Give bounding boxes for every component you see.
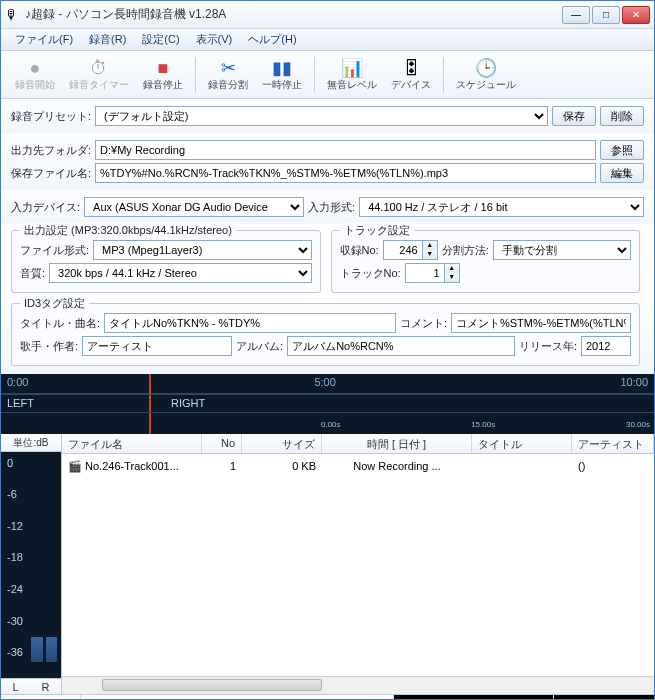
tick-5: 5:00 (314, 376, 335, 388)
close-button[interactable]: ✕ (622, 6, 650, 24)
split-button[interactable]: ✂録音分割 (202, 56, 254, 94)
record-start-button[interactable]: ●録音開始 (9, 56, 61, 94)
stop-icon: ■ (158, 58, 169, 78)
timer-icon: ⏱ (90, 58, 108, 78)
col-artist[interactable]: アーティスト (? (572, 434, 654, 453)
browse-button[interactable]: 参照 (600, 140, 644, 160)
db-scale: 0 -6 -12 -18 -24 -30 -36 (1, 452, 61, 678)
input-device-label: 入力デバイス: (11, 200, 80, 215)
table-row[interactable]: 🎬 No.246-Track001... 1 0 KB Now Recordin… (62, 454, 654, 479)
id3-year-input[interactable] (581, 336, 631, 356)
channel-left: LEFT RIGHT (1, 394, 654, 412)
status-track-time: トラック(1)時間 0:01.20 (394, 695, 554, 700)
filetype-select[interactable]: MP3 (Mpeg1Layer3) (93, 240, 311, 260)
input-format-select[interactable]: 44.100 Hz / ステレオ / 16 bit (359, 197, 644, 217)
filetype-label: ファイル形式: (20, 243, 89, 258)
trackno-label: トラックNo: (340, 266, 401, 281)
preset-delete-button[interactable]: 削除 (600, 106, 644, 126)
id3-album-label: アルバム: (236, 339, 283, 354)
menu-settings[interactable]: 設定(C) (134, 30, 187, 49)
pause-icon: ▮▮ (272, 58, 292, 78)
file-icon: 🎬 (68, 460, 82, 472)
id3-panel: ID3タグ設定 タイトル・曲名: コメント: 歌手・作者: アルバム: リリース… (1, 303, 654, 374)
menu-help[interactable]: ヘルプ(H) (240, 30, 304, 49)
menu-view[interactable]: 表示(V) (188, 30, 241, 49)
separator (443, 57, 444, 93)
record-timer-button[interactable]: ⏱録音タイマー (63, 56, 135, 94)
settings-row: 出力設定 (MP3:320.0kbps/44.1kHz/stereo) ファイル… (1, 224, 654, 299)
output-panel: 出力先フォルダ: 参照 保存ファイル名: 編集 (1, 133, 654, 190)
quality-label: 音質: (20, 266, 45, 281)
id3-title-input[interactable] (104, 313, 396, 333)
status-spacer (81, 695, 394, 700)
id3-artist-input[interactable] (82, 336, 232, 356)
file-list: ファイル名 No サイズ 時間 [ 日付 ] タイトル アーティスト (? 🎬 … (61, 434, 654, 694)
file-list-body: 🎬 No.246-Track001... 1 0 KB Now Recordin… (62, 454, 654, 676)
toolbar: ●録音開始 ⏱録音タイマー ■録音停止 ✂録音分割 ▮▮一時停止 📊無音レベル … (1, 51, 654, 99)
input-panel: 入力デバイス: Aux (ASUS Xonar DG Audio Device … (1, 190, 654, 224)
id3-comment-label: コメント: (400, 316, 447, 331)
menu-record[interactable]: 録音(R) (81, 30, 134, 49)
output-folder-input[interactable] (95, 140, 596, 160)
status-left: 操作待ち (1, 695, 81, 700)
horizontal-scrollbar[interactable] (62, 676, 654, 694)
schedule-button[interactable]: 🕒スケジュール (450, 56, 522, 94)
preset-panel: 録音プリセット: (デフォルト設定) 保存 削除 (1, 99, 654, 133)
window-title: ♪超録 - パソコン長時間録音機 v1.28A (25, 6, 562, 23)
separator (314, 57, 315, 93)
output-settings-legend: 出力設定 (MP3:320.0kbps/44.1kHz/stereo) (20, 223, 236, 238)
preset-save-button[interactable]: 保存 (552, 106, 596, 126)
quality-select[interactable]: 320k bps / 44.1 kHz / Stereo (49, 263, 311, 283)
timeline[interactable]: 0:00 5:00 10:00 LEFT RIGHT 0.00s 15.00s … (1, 374, 654, 434)
splitmethod-label: 分割方法: (442, 243, 489, 258)
recno-spinner[interactable]: ▲▼ (383, 240, 438, 260)
status-total-time: 総時間 0:01. (554, 695, 654, 700)
id3-title-label: タイトル・曲名: (20, 316, 100, 331)
output-folder-label: 出力先フォルダ: (11, 143, 91, 158)
timeline-ruler: 0:00 5:00 10:00 (1, 374, 654, 394)
col-title[interactable]: タイトル (472, 434, 572, 453)
output-file-input[interactable] (95, 163, 596, 183)
id3-album-input[interactable] (287, 336, 515, 356)
titlebar: 🎙 ♪超録 - パソコン長時間録音機 v1.28A — □ ✕ (1, 1, 654, 29)
app-icon: 🎙 (5, 7, 21, 23)
menu-file[interactable]: ファイル(F) (7, 30, 81, 49)
minimize-button[interactable]: — (562, 6, 590, 24)
separator (195, 57, 196, 93)
id3-comment-input[interactable] (451, 313, 631, 333)
spin-up-icon[interactable]: ▲ (423, 241, 437, 250)
input-format-label: 入力形式: (308, 200, 355, 215)
record-stop-button[interactable]: ■録音停止 (137, 56, 189, 94)
silence-level-button[interactable]: 📊無音レベル (321, 56, 383, 94)
scrollbar-thumb[interactable] (102, 679, 322, 691)
id3-artist-label: 歌手・作者: (20, 339, 78, 354)
id3-year-label: リリース年: (519, 339, 577, 354)
pause-button[interactable]: ▮▮一時停止 (256, 56, 308, 94)
track-settings-group: トラック設定 収録No: ▲▼ 分割方法: 手動で分割 トラックNo: ▲▼ (331, 230, 641, 293)
db-bar-l (31, 637, 43, 662)
preset-label: 録音プリセット: (11, 109, 91, 124)
spin-down-icon[interactable]: ▼ (423, 250, 437, 259)
id3-group: ID3タグ設定 タイトル・曲名: コメント: 歌手・作者: アルバム: リリース… (11, 303, 640, 366)
spin-up-icon[interactable]: ▲ (445, 264, 459, 273)
trackno-spinner[interactable]: ▲▼ (405, 263, 460, 283)
edit-button[interactable]: 編集 (600, 163, 644, 183)
id3-legend: ID3タグ設定 (20, 296, 89, 311)
preset-select[interactable]: (デフォルト設定) (95, 106, 548, 126)
schedule-icon: 🕒 (475, 58, 497, 78)
spin-down-icon[interactable]: ▼ (445, 273, 459, 282)
menubar: ファイル(F) 録音(R) 設定(C) 表示(V) ヘルプ(H) (1, 29, 654, 51)
channel-seconds: 0.00s 15.00s 30.00s (1, 412, 654, 430)
window-buttons: — □ ✕ (562, 6, 650, 24)
file-list-header: ファイル名 No サイズ 時間 [ 日付 ] タイトル アーティスト (? (62, 434, 654, 454)
maximize-button[interactable]: □ (592, 6, 620, 24)
col-no[interactable]: No (202, 434, 242, 453)
col-filename[interactable]: ファイル名 (62, 434, 202, 453)
splitmethod-select[interactable]: 手動で分割 (493, 240, 631, 260)
col-size[interactable]: サイズ (242, 434, 322, 453)
tick-10: 10:00 (620, 376, 648, 388)
device-button[interactable]: 🎛デバイス (385, 56, 437, 94)
col-time[interactable]: 時間 [ 日付 ] (322, 434, 472, 453)
input-device-select[interactable]: Aux (ASUS Xonar DG Audio Device (84, 197, 304, 217)
status-bar: 操作待ち トラック(1)時間 0:01.20 総時間 0:01. (1, 694, 654, 700)
